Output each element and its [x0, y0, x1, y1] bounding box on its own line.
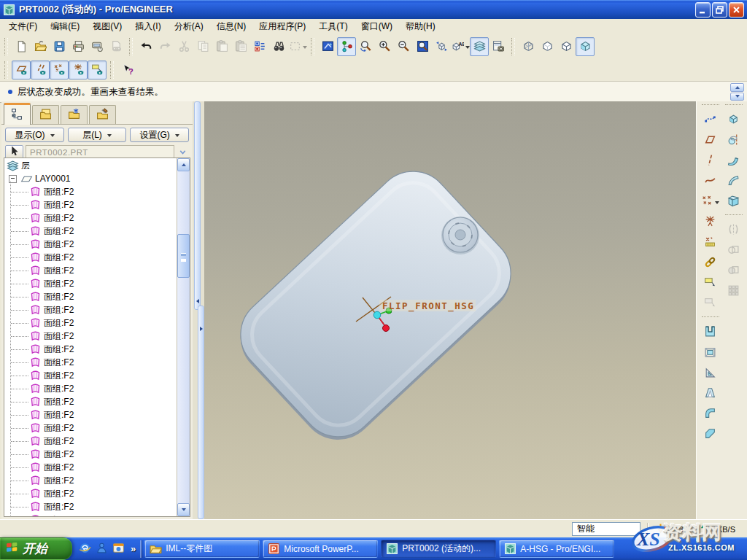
print-setup-button[interactable] [88, 37, 107, 56]
layer-tree-item[interactable]: 面组:F2 [4, 448, 177, 461]
layer-tree-item[interactable]: 面组:F2 [4, 487, 177, 500]
layer-tree-item[interactable]: 面组:F2 [4, 461, 177, 474]
message-scroll-up-button[interactable] [730, 83, 744, 92]
close-button[interactable] [729, 2, 744, 18]
layer-tree-item[interactable]: 面组:F2 [4, 198, 177, 211]
no-hidden-button[interactable] [557, 37, 576, 56]
annotation-button[interactable] [700, 273, 721, 294]
layer-menu-button[interactable]: 层(L) [68, 128, 127, 142]
taskbar-item-ahsg[interactable]: A-HSG - Pro/ENGI... [499, 540, 614, 558]
tab-folder-browser[interactable] [32, 105, 59, 124]
menu-item[interactable]: 窗口(W) [355, 18, 399, 35]
sweep-button[interactable] [724, 151, 744, 171]
annotation-display-toggle[interactable] [88, 61, 107, 79]
layer-tree-item[interactable]: 面组:F2 [4, 513, 177, 516]
open-button[interactable] [31, 37, 50, 56]
menu-item[interactable]: 插入(I) [128, 18, 167, 35]
graphics-viewport[interactable]: FLIP_FRONT_HSG [204, 101, 697, 519]
saved-views-button[interactable]: AB [451, 37, 470, 56]
quicklaunch-media[interactable] [112, 542, 125, 556]
camera-boss[interactable] [441, 217, 479, 254]
shell-button[interactable] [700, 343, 721, 363]
save-button[interactable] [50, 37, 69, 56]
regenerate-button[interactable] [250, 37, 269, 56]
zoom-out-button[interactable] [394, 37, 413, 56]
scroll-down-button[interactable] [177, 503, 190, 516]
datum-axis-display-toggle[interactable] [31, 61, 50, 79]
taskbar-item-prt0002[interactable]: PRT0002 (活动的)... [381, 540, 496, 558]
curve-button[interactable] [700, 171, 721, 192]
menu-item[interactable]: 工具(T) [312, 18, 354, 35]
layer-tree-item[interactable]: 面组:F2 [4, 185, 177, 198]
tree-scrollbar[interactable] [177, 158, 190, 516]
copy-geometry-button[interactable] [700, 253, 721, 273]
hidden-line-button[interactable] [538, 37, 557, 56]
draft-button[interactable] [700, 384, 721, 404]
csys-button[interactable] [700, 212, 721, 233]
3d-canvas[interactable]: FLIP_FRONT_HSG [204, 101, 697, 519]
start-button[interactable]: 开始 [0, 537, 72, 560]
settings-menu-button[interactable]: 设置(G) [130, 128, 189, 142]
datum-point-button[interactable] [700, 192, 721, 212]
panel-splitter[interactable] [193, 101, 204, 519]
message-scroll-down-button[interactable] [730, 93, 744, 101]
refit-button[interactable] [413, 37, 432, 56]
phone-housing-model[interactable] [223, 156, 527, 456]
quick-launch-overflow-chevron[interactable]: » [129, 543, 137, 554]
layer-tree-item[interactable]: 面组:F2 [4, 277, 177, 290]
menu-item[interactable]: 分析(A) [168, 18, 210, 35]
menu-item[interactable]: 帮助(H) [399, 18, 442, 35]
datum-plane-display-toggle[interactable] [12, 61, 31, 79]
scroll-up-button[interactable] [177, 158, 190, 171]
style-tool-button[interactable] [700, 110, 721, 131]
layer-tree-item[interactable]: 面组:F2 [4, 500, 177, 513]
minimize-button[interactable] [695, 2, 711, 18]
chamfer-button[interactable] [700, 424, 721, 445]
tab-model-tree[interactable] [4, 103, 31, 125]
layer-tree-item[interactable]: 面组:F2 [4, 225, 177, 238]
layer-tree-item[interactable]: 面组:F2 [4, 330, 177, 343]
layer-tree-item[interactable]: 面组:F2 [4, 316, 177, 330]
taskbar-item-folder[interactable]: IML--零件图 [144, 540, 260, 558]
repaint-button[interactable] [318, 37, 337, 56]
revolve-button[interactable] [724, 131, 744, 151]
new-file-button[interactable] [12, 37, 31, 56]
round-button[interactable] [700, 404, 721, 424]
layer-group-row[interactable]: LAY0001 [4, 172, 177, 185]
layer-tree-item[interactable]: 面组:F2 [4, 264, 177, 277]
layer-tree-item[interactable]: 面组:F2 [4, 395, 177, 408]
find-button[interactable] [269, 37, 288, 56]
menu-item[interactable]: 应用程序(P) [252, 18, 312, 35]
layer-tree-item[interactable]: 面组:F2 [4, 303, 177, 316]
orient-mode-button[interactable] [356, 37, 375, 56]
sketch-button[interactable] [700, 233, 721, 253]
extrude-button[interactable] [724, 110, 744, 131]
context-help-button[interactable]: ? [117, 61, 136, 79]
layer-tree-item[interactable]: 面组:F2 [4, 474, 177, 487]
layer-tree-item[interactable]: 面组:F2 [4, 408, 177, 421]
show-menu-button[interactable]: 显示(O) [5, 128, 64, 142]
dropdown-arrow-icon[interactable] [303, 46, 307, 51]
layer-tree-item[interactable]: 面组:F2 [4, 343, 177, 356]
quicklaunch-ie[interactable] [78, 542, 91, 556]
dropdown-arrow-icon[interactable] [715, 201, 719, 206]
hole-button[interactable] [700, 322, 721, 343]
csys-display-toggle[interactable] [69, 61, 88, 79]
undo-button[interactable] [136, 37, 155, 56]
menu-item[interactable]: 文件(F) [2, 18, 44, 35]
spin-center-button[interactable] [337, 37, 356, 56]
layer-tree-item[interactable]: 面组:F2 [4, 356, 177, 369]
splitter-expand-handle[interactable] [198, 306, 204, 519]
restore-button[interactable] [712, 2, 727, 18]
layer-tree-item[interactable]: 面组:F2 [4, 238, 177, 251]
splitter-collapse-handle[interactable] [194, 101, 201, 310]
zoom-in-button[interactable] [375, 37, 394, 56]
view-manager-button[interactable] [489, 37, 508, 56]
layer-tree-item[interactable]: 面组:F2 [4, 211, 177, 225]
layer-tree-item[interactable]: 面组:F2 [4, 369, 177, 382]
taskbar-item-powerpoint[interactable]: Microsoft PowerP... [263, 540, 378, 558]
message-scrollbar[interactable] [730, 83, 744, 101]
layer-tree-item[interactable]: 面组:F2 [4, 251, 177, 264]
tab-favorites[interactable] [61, 105, 88, 124]
datum-plane-button[interactable] [700, 131, 721, 151]
